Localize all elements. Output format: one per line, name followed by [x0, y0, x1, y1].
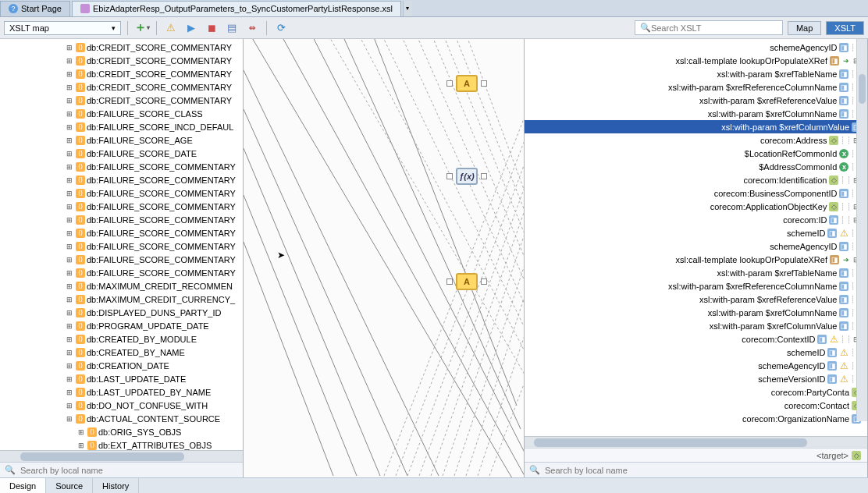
function-node-a1[interactable]: A	[456, 75, 478, 92]
tab-editor-file[interactable]: EbizAdapterResp_OutputParameters_to_Sync…	[72, 1, 401, 16]
source-tree-row[interactable]: ⊞⟨⟩db:LAST_UPDATED_BY_NAME	[0, 385, 243, 399]
refresh-icon[interactable]: ⟳	[273, 20, 289, 36]
expander-icon[interactable]: ⊞	[66, 375, 74, 383]
function-node-fx[interactable]: ƒ(x)	[456, 168, 478, 185]
expander-icon[interactable]: ⊞	[66, 110, 74, 118]
source-search-input[interactable]	[20, 466, 238, 475]
source-tree-row[interactable]: ⊞⟨⟩db:FAILURE_SCORE_COMMENTARY	[0, 239, 243, 253]
expander-icon[interactable]: ⊞	[66, 123, 74, 131]
conn-handle-right[interactable]	[481, 278, 487, 285]
expander-icon[interactable]: ⊞	[66, 190, 74, 197]
expander-icon[interactable]: ⊞	[78, 428, 86, 436]
target-tree[interactable]: schemeAgencyID◨┊ ┊xsl:call-template look…	[525, 39, 867, 436]
conn-handle-left[interactable]	[446, 173, 453, 179]
search-xslt-box[interactable]: 🔍	[635, 20, 783, 35]
target-tree-row[interactable]: corecom:Contact◇	[525, 399, 867, 412]
target-tree-row[interactable]: xsl:with-param $xrefTableName◨┊ ┊	[525, 266, 867, 279]
expander-icon[interactable]: ⊞	[66, 282, 74, 290]
expander-icon[interactable]: ⊞	[66, 44, 74, 51]
test-icon[interactable]: ▶	[183, 20, 199, 36]
tab-history[interactable]: History	[93, 478, 139, 493]
expander-icon[interactable]: ⊞	[66, 269, 74, 277]
expander-icon[interactable]: ⊞	[66, 176, 74, 184]
source-tree-row[interactable]: ⊞⟨⟩db:FAILURE_SCORE_COMMENTARY	[0, 160, 243, 173]
source-tree-row[interactable]: ⊞⟨⟩db:CREATED_BY_NAME	[0, 346, 243, 359]
source-tree-row[interactable]: ⊞⟨⟩db:MAXIMUM_CREDIT_RECOMMEN	[0, 279, 243, 293]
source-tree-row[interactable]: ⊞⟨⟩db:CREDIT_SCORE_COMMENTARY	[0, 41, 243, 54]
add-button[interactable]: ＋▾	[134, 20, 150, 36]
source-tree-row[interactable]: ⊞⟨⟩db:FAILURE_SCORE_COMMENTARY	[0, 173, 243, 186]
target-tree-row[interactable]: xsl:with-param $xrefColumnValue◨	[525, 120, 867, 133]
tab-source[interactable]: Source	[46, 478, 93, 493]
expander-icon[interactable]: ⊞	[66, 70, 74, 78]
target-tree-row[interactable]: schemeID◨⚠┊ ┊	[525, 346, 867, 359]
target-tree-row[interactable]: corecom:ContextID◨⚠┊ ┊⊟	[525, 332, 867, 346]
source-tree-row[interactable]: ⊞⟨⟩db:FAILURE_SCORE_COMMENTARY	[0, 266, 243, 279]
conn-handle-left[interactable]	[446, 278, 453, 285]
target-tree-row[interactable]: xsl:call-template lookupOrPopulateXRef◨➔…	[525, 253, 867, 266]
target-vscrollbar[interactable]	[856, 39, 867, 421]
target-tree-row[interactable]: xsl:with-param $xrefTableName◨┊ ┊	[525, 67, 867, 80]
source-tree-row[interactable]: ⊞⟨⟩db:CREDIT_SCORE_COMMENTARY	[0, 54, 243, 67]
source-tree-row[interactable]: ⊞⟨⟩db:FAILURE_SCORE_COMMENTARY	[0, 200, 243, 213]
expander-icon[interactable]: ⊞	[66, 229, 74, 237]
target-tree-row[interactable]: corecom:PartyConta◇	[525, 385, 867, 399]
expander-icon[interactable]: ⊞	[78, 442, 86, 449]
run-icon[interactable]: ◼	[204, 20, 219, 36]
source-tree[interactable]: ⊞⟨⟩db:CREDIT_SCORE_COMMENTARY⊞⟨⟩db:CREDI…	[0, 39, 243, 450]
target-tree-row[interactable]: corecom:Identification◇┊ ┊⊟	[525, 173, 867, 186]
target-tree-row[interactable]: schemeAgencyID◨┊ ┊	[525, 239, 867, 253]
target-tree-row[interactable]: schemeAgencyID◨┊ ┊	[525, 41, 867, 54]
source-tree-row[interactable]: ⊞⟨⟩db:CREDIT_SCORE_COMMENTARY	[0, 80, 243, 94]
expander-icon[interactable]: ⊞	[66, 216, 74, 224]
expander-icon[interactable]: ⊞	[66, 203, 74, 211]
expander-icon[interactable]: ⊞	[66, 150, 74, 158]
source-tree-row[interactable]: ⊞⟨⟩db:DO_NOT_CONFUSE_WITH	[0, 399, 243, 412]
mapping-canvas[interactable]: A ƒ(x) A ➤	[244, 39, 524, 477]
target-tree-row[interactable]: xsl:call-template lookupOrPopulateXRef◨➔…	[525, 54, 867, 67]
search-xslt-input[interactable]	[651, 23, 777, 33]
map-view-toggle[interactable]: Map	[788, 21, 821, 35]
expander-icon[interactable]: ⊞	[66, 362, 74, 370]
tab-overflow-dropdown[interactable]: ▾	[403, 1, 412, 16]
expander-icon[interactable]: ⊞	[66, 296, 74, 303]
target-tree-row[interactable]: corecom:BusinessComponentID◨┊ ┊	[525, 186, 867, 200]
xslt-view-toggle[interactable]: XSLT	[826, 21, 864, 35]
tab-design[interactable]: Design	[0, 478, 46, 493]
conn-handle-right[interactable]	[481, 80, 487, 87]
target-tree-row[interactable]: corecom:Address◇┊ ┊⊟	[525, 133, 867, 147]
target-tree-row[interactable]: $LocationRefCommonIdx┊ ┊	[525, 147, 867, 160]
source-tree-row[interactable]: ⊞⟨⟩db:FAILURE_SCORE_INCD_DEFAUL	[0, 120, 243, 133]
target-hscrollbar[interactable]	[525, 436, 867, 448]
target-tree-row[interactable]: schemeID◨⚠┊ ┊	[525, 226, 867, 239]
expander-icon[interactable]: ⊞	[66, 97, 74, 105]
source-tree-row[interactable]: ⊞⟨⟩db:ORIG_SYS_OBJS	[0, 425, 243, 438]
expander-icon[interactable]: ⊞	[66, 57, 74, 65]
expander-icon[interactable]: ⊞	[66, 256, 74, 264]
expander-icon[interactable]: ⊞	[66, 402, 74, 410]
source-tree-row[interactable]: ⊞⟨⟩db:FAILURE_SCORE_COMMENTARY	[0, 213, 243, 226]
expander-icon[interactable]: ⊞	[66, 83, 74, 91]
source-tree-row[interactable]: ⊞⟨⟩db:CREDIT_SCORE_COMMENTARY	[0, 94, 243, 107]
source-tree-row[interactable]: ⊞⟨⟩db:FAILURE_SCORE_DATE	[0, 147, 243, 160]
target-tree-row[interactable]: xsl:with-param $xrefColumnValue◨┊ ┊	[525, 319, 867, 332]
expander-icon[interactable]: ⊞	[66, 415, 74, 423]
source-tree-row[interactable]: ⊞⟨⟩db:CREATION_DATE	[0, 359, 243, 372]
target-tree-row[interactable]: schemeVersionID◨⚠┊ ┊	[525, 372, 867, 385]
expander-icon[interactable]: ⊞	[66, 388, 74, 396]
target-tree-row[interactable]: xsl:with-param $xrefReferenceColumnName◨…	[525, 279, 867, 293]
source-tree-row[interactable]: ⊞⟨⟩db:EXT_ATTRIBUTES_OBJS	[0, 438, 243, 450]
source-tree-row[interactable]: ⊞⟨⟩db:PROGRAM_UPDATE_DATE	[0, 319, 243, 332]
target-tree-row[interactable]: corecom:ApplicationObjectKey◇┊ ┊⊟	[525, 200, 867, 213]
source-tree-row[interactable]: ⊞⟨⟩db:FAILURE_SCORE_AGE	[0, 133, 243, 147]
expander-icon[interactable]: ⊞	[66, 137, 74, 144]
target-search-input[interactable]	[545, 466, 863, 475]
source-tree-row[interactable]: ⊞⟨⟩db:MAXIMUM_CREDIT_CURRENCY_	[0, 293, 243, 306]
target-tree-row[interactable]: corecom:OrganizationName◨	[525, 412, 867, 425]
target-tree-row[interactable]: xsl:with-param $xrefReferenceValue◨┊ ┊	[525, 293, 867, 306]
source-hscrollbar[interactable]	[0, 450, 243, 462]
tab-start-page[interactable]: ? Start Page	[0, 1, 70, 16]
target-tree-row[interactable]: xsl:with-param $xrefReferenceColumnName◨…	[525, 80, 867, 94]
expander-icon[interactable]: ⊞	[66, 322, 74, 330]
match-icon[interactable]: ⇔	[244, 20, 260, 36]
